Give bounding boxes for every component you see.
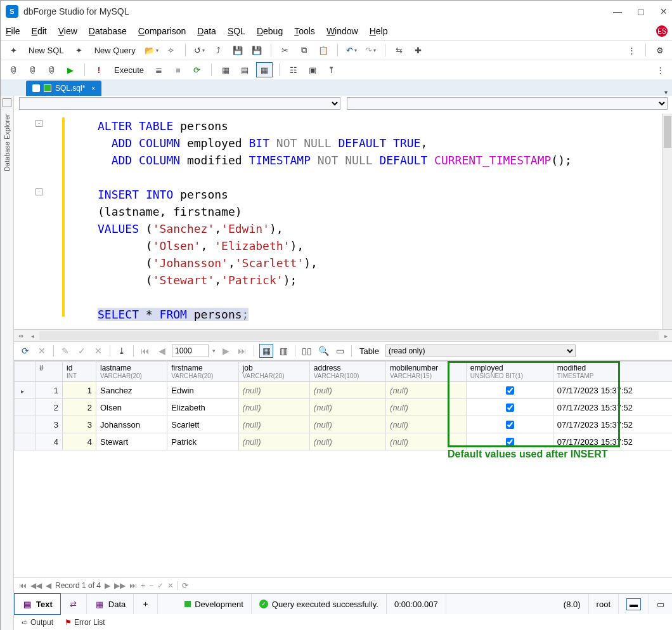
minimize-button[interactable]: — [613, 6, 622, 16]
tab-sql-sql[interactable]: SQL.sql* × [26, 81, 101, 96]
grid-mode-icon[interactable]: ▦ [256, 62, 273, 77]
menu-file[interactable]: File [6, 26, 20, 36]
table-row[interactable]: 44StewartPatrick(null)(null)(null)07/17/… [15, 433, 673, 450]
tab-close-button[interactable]: × [91, 85, 95, 92]
db-icon-2[interactable]: 🛢 [25, 63, 40, 77]
menu-window[interactable]: Window [326, 26, 358, 36]
export-icon[interactable]: ⤒ [324, 63, 339, 77]
menu-data[interactable]: Data [197, 26, 216, 36]
revert-icon[interactable]: ✕ [92, 345, 105, 357]
connect-button[interactable]: ↺ [192, 43, 207, 57]
save-button[interactable]: 💾 [230, 43, 245, 57]
nav-next[interactable]: ▶ [105, 581, 110, 590]
mode-select[interactable]: (read only) [385, 345, 576, 357]
paste-button[interactable]: 📋 [316, 43, 331, 57]
execute-button[interactable]: Execute [110, 63, 148, 77]
overflow-1-button[interactable]: ⋮ [624, 43, 639, 57]
grid-view-button[interactable]: ▦ [259, 344, 273, 358]
db-icon-3[interactable]: 🛢 [44, 63, 59, 77]
split-icon[interactable]: ⇹ [16, 331, 25, 340]
sidebar-database-explorer[interactable]: Database Explorer [1, 96, 14, 630]
export-grid-icon[interactable]: ⤓ [115, 345, 128, 357]
exec-step-icon[interactable]: ≣ [152, 63, 167, 77]
pin-result-button[interactable]: ▭ [333, 345, 346, 357]
menu-help[interactable]: Help [370, 26, 388, 36]
disconnect-button[interactable]: ⤴ [211, 43, 226, 57]
table-row[interactable]: 22OlsenElizabeth(null)(null)(null)07/17/… [15, 399, 673, 416]
db-icon-1[interactable]: 🛢 [6, 63, 21, 77]
menu-database[interactable]: Database [89, 26, 127, 36]
error-list-tab[interactable]: ⚑ Error List [65, 618, 105, 627]
open-button[interactable]: 📂 [143, 43, 160, 57]
editor-vscroll[interactable] [662, 114, 672, 329]
first-page-button[interactable]: ⏮ [139, 345, 152, 357]
fold-icon[interactable]: - [36, 120, 42, 127]
next-page-button[interactable]: ▶ [219, 345, 232, 357]
commit-button[interactable]: ⟳ [190, 63, 205, 77]
new-query-button[interactable]: New Query [91, 43, 139, 57]
editor-hscroll[interactable]: ⇹ ◂▸ [14, 330, 672, 342]
fold-icon[interactable]: - [36, 188, 42, 195]
plan-icon-1[interactable]: ▦ [218, 63, 233, 77]
new-sql-button[interactable]: New SQL [25, 43, 68, 57]
overflow-2-button[interactable]: ⋮ [652, 63, 668, 77]
table-row[interactable]: 11SanchezEdwin(null)(null)(null)07/17/20… [15, 382, 673, 399]
nav-prev-page[interactable]: ◀◀ [30, 581, 42, 590]
plan-icon-2[interactable]: ▤ [237, 63, 252, 77]
status-layout-2[interactable]: ▭ [649, 594, 672, 614]
redo-button[interactable]: ↷ [363, 43, 378, 57]
copy-button[interactable]: ⧉ [297, 43, 312, 57]
nav-add[interactable]: + [141, 581, 145, 590]
table-row[interactable]: 33JohanssonScarlett(null)(null)(null)07/… [15, 416, 673, 433]
image-icon[interactable]: ▣ [305, 63, 320, 77]
stop-button[interactable]: ■ [171, 63, 186, 77]
new-query-icon[interactable]: ✦ [72, 43, 87, 57]
nav-last[interactable]: ⏭ [129, 581, 137, 590]
nav-cancel[interactable]: ✕ [167, 581, 174, 590]
status-tab-sync[interactable]: ⇄ [61, 594, 87, 614]
object-combo[interactable] [347, 97, 668, 110]
maximize-button[interactable]: ◻ [637, 6, 645, 16]
undo-button[interactable]: ↶ [344, 43, 359, 57]
menu-view[interactable]: View [58, 26, 77, 36]
refresh-button[interactable]: ⟳ [19, 345, 32, 357]
star-button[interactable]: ✧ [164, 43, 179, 57]
new-sql-icon[interactable]: ✦ [6, 43, 21, 57]
pin-icon[interactable] [3, 98, 11, 107]
code-area[interactable]: ALTER TABLE persons ADD COLUMN employed … [42, 114, 662, 329]
columns-button[interactable]: ▯▯ [300, 345, 313, 357]
apply-icon[interactable]: ✓ [75, 345, 88, 357]
results-grid[interactable]: #idINTlastnameVARCHAR(20)firstnameVARCHA… [14, 360, 672, 450]
run-button[interactable]: ▶ [63, 63, 78, 77]
schema-combo[interactable] [19, 97, 340, 110]
nav-prev[interactable]: ◀ [46, 581, 51, 590]
status-layout-1[interactable]: ▬ [619, 594, 649, 614]
filter-button[interactable]: 🔍 [317, 345, 330, 357]
output-tab[interactable]: ➪ Output [22, 618, 53, 627]
nav-first[interactable]: ⏮ [19, 581, 27, 590]
sql-editor[interactable]: - - ALTER TABLE persons ADD COLUMN emplo… [14, 114, 672, 330]
card-view-button[interactable]: ▥ [277, 345, 290, 357]
exclaim-icon[interactable]: ! [91, 63, 107, 77]
find-button[interactable]: ⇆ [392, 43, 407, 57]
save-all-button[interactable]: 💾 [249, 43, 264, 57]
settings-icon[interactable]: ⚙ [652, 43, 668, 57]
last-page-button[interactable]: ⏭ [236, 345, 249, 357]
misc-icon-1[interactable]: ☷ [286, 63, 301, 77]
menu-comparison[interactable]: Comparison [138, 26, 186, 36]
cancel-edit-button[interactable]: ✕ [36, 345, 48, 357]
cut-button[interactable]: ✂ [278, 43, 293, 57]
status-tab-data[interactable]: ▦ Data [87, 594, 134, 614]
nav-refresh[interactable]: ⟳ [182, 581, 188, 590]
menu-tools[interactable]: Tools [294, 26, 315, 36]
close-button[interactable]: ✕ [660, 6, 668, 16]
menu-sql[interactable]: SQL [228, 26, 245, 36]
menu-edit[interactable]: Edit [32, 26, 47, 36]
status-tab-text[interactable]: ▤ Text [14, 593, 61, 615]
nav-remove[interactable]: − [149, 581, 153, 590]
nav-next-page[interactable]: ▶▶ [114, 581, 126, 590]
edit-icon[interactable]: ✎ [59, 345, 72, 357]
prev-page-button[interactable]: ◀ [155, 345, 168, 357]
nav-apply[interactable]: ✓ [157, 581, 164, 590]
page-size-input[interactable] [172, 345, 209, 357]
